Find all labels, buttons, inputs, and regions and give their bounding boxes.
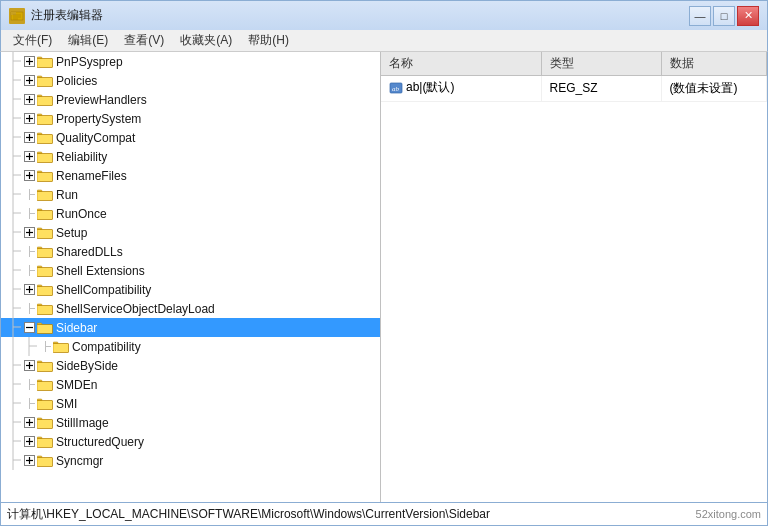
tree-expander[interactable] (21, 92, 37, 108)
tree-item[interactable]: Reliability (1, 147, 380, 166)
tree-expander[interactable] (21, 149, 37, 165)
tree-item-label: SMI (56, 397, 77, 411)
close-button[interactable]: ✕ (737, 6, 759, 26)
tree-item-label: RenameFiles (56, 169, 127, 183)
tree-item-label: Reliability (56, 150, 107, 164)
menu-help[interactable]: 帮助(H) (240, 30, 297, 51)
tree-item-label: SharedDLLs (56, 245, 123, 259)
registry-tree: PnPSysprep Policies (1, 52, 381, 502)
col-data: 数据 (661, 52, 767, 76)
tree-expander[interactable] (21, 434, 37, 450)
folder-icon (37, 302, 53, 315)
svg-rect-126 (54, 344, 69, 352)
tree-expander[interactable] (21, 453, 37, 469)
tree-scroll-area[interactable]: PnPSysprep Policies (1, 52, 380, 502)
tree-expander[interactable] (21, 225, 37, 241)
tree-indent (5, 242, 21, 261)
tree-item[interactable]: Compatibility (1, 337, 380, 356)
tree-item-label: Compatibility (72, 340, 141, 354)
tree-expander-empty (21, 377, 37, 393)
tree-item[interactable]: StillImage (1, 413, 380, 432)
tree-item-label: StructuredQuery (56, 435, 144, 449)
tree-indent (5, 128, 21, 147)
svg-rect-36 (38, 116, 53, 124)
tree-item[interactable]: Sidebar (1, 318, 380, 337)
tree-expander-empty (21, 263, 37, 279)
tree-item[interactable]: Policies (1, 71, 380, 90)
tree-item-label: Policies (56, 74, 97, 88)
tree-indent (5, 299, 21, 318)
tree-item[interactable]: PnPSysprep (1, 52, 380, 71)
tree-expander[interactable] (21, 73, 37, 89)
tree-item-label: SideBySide (56, 359, 118, 373)
tree-item[interactable]: RunOnce (1, 204, 380, 223)
window-title: 注册表编辑器 (31, 7, 689, 24)
minimize-button[interactable]: — (689, 6, 711, 26)
tree-indent (21, 337, 37, 356)
tree-expander[interactable] (21, 415, 37, 431)
folder-icon (37, 321, 53, 334)
tree-expander[interactable] (21, 168, 37, 184)
svg-rect-156 (38, 420, 53, 428)
tree-item[interactable]: Syncmgr (1, 451, 380, 470)
tree-item[interactable]: SideBySide (1, 356, 380, 375)
tree-indent (5, 90, 21, 109)
tree-item-label: QualityCompat (56, 131, 135, 145)
tree-item[interactable]: ShellCompatibility (1, 280, 380, 299)
folder-icon (37, 188, 53, 201)
tree-indent (5, 71, 21, 90)
tree-indent (5, 375, 21, 394)
tree-item[interactable]: Setup (1, 223, 380, 242)
svg-rect-12 (38, 59, 53, 67)
tree-item[interactable]: Shell Extensions (1, 261, 380, 280)
tree-item[interactable]: QualityCompat (1, 128, 380, 147)
maximize-button[interactable]: □ (713, 6, 735, 26)
svg-rect-89 (38, 249, 53, 257)
folder-icon (37, 378, 53, 391)
tree-item[interactable]: PropertySystem (1, 109, 380, 128)
folder-icon (37, 283, 53, 296)
tree-expander[interactable] (21, 358, 37, 374)
menu-edit[interactable]: 编辑(E) (60, 30, 116, 51)
col-name: 名称 (381, 52, 541, 76)
app-icon (9, 8, 25, 24)
tree-item[interactable]: PreviewHandlers (1, 90, 380, 109)
tree-item[interactable]: Run (1, 185, 380, 204)
tree-expander[interactable] (21, 130, 37, 146)
tree-item[interactable]: SharedDLLs (1, 242, 380, 261)
folder-icon (37, 74, 53, 87)
svg-rect-111 (38, 306, 53, 314)
status-bar: 计算机\HKEY_LOCAL_MACHINE\SOFTWARE\Microsof… (0, 502, 768, 526)
menu-file[interactable]: 文件(F) (5, 30, 60, 51)
tree-item-label: StillImage (56, 416, 109, 430)
tree-indent (5, 204, 21, 223)
tree-expander[interactable] (21, 282, 37, 298)
value-data: (数值未设置) (661, 76, 767, 102)
svg-rect-74 (38, 211, 53, 219)
svg-rect-44 (38, 135, 53, 143)
tree-indent (5, 109, 21, 128)
table-row[interactable]: ab ab|(默认) REG_SZ (数值未设置) (381, 76, 767, 102)
svg-text:ab: ab (392, 85, 400, 93)
menu-favorites[interactable]: 收藏夹(A) (172, 30, 240, 51)
tree-expander[interactable] (21, 320, 37, 336)
svg-rect-134 (38, 363, 53, 371)
tree-indent (5, 451, 21, 470)
tree-item[interactable]: StructuredQuery (1, 432, 380, 451)
title-bar: 注册表编辑器 — □ ✕ (0, 0, 768, 30)
tree-item[interactable]: ShellServiceObjectDelayLoad (1, 299, 380, 318)
svg-rect-28 (38, 97, 53, 105)
folder-icon (37, 226, 53, 239)
tree-expander[interactable] (21, 54, 37, 70)
tree-item-label: PreviewHandlers (56, 93, 147, 107)
tree-item[interactable]: SMI (1, 394, 380, 413)
tree-indent (5, 280, 21, 299)
folder-icon (37, 416, 53, 429)
svg-rect-104 (38, 287, 53, 295)
tree-indent (5, 413, 21, 432)
tree-expander[interactable] (21, 111, 37, 127)
tree-item[interactable]: SMDEn (1, 375, 380, 394)
menu-view[interactable]: 查看(V) (116, 30, 172, 51)
tree-expander-empty (21, 206, 37, 222)
tree-item[interactable]: RenameFiles (1, 166, 380, 185)
